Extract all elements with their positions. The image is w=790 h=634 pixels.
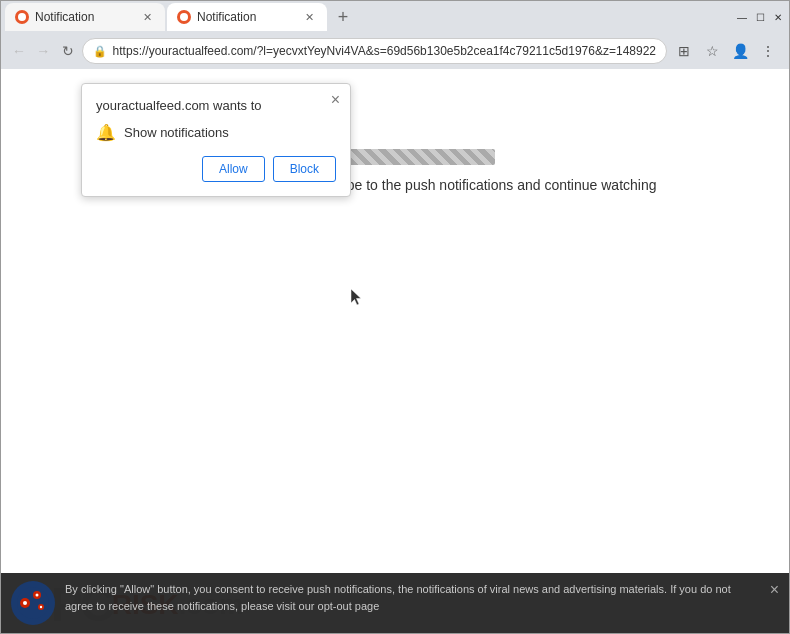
popup-notification-label: Show notifications [124,125,229,140]
forward-button[interactable]: → [33,38,53,64]
page-content: × youractualfeed.com wants to 🔔 Show not… [1,69,789,633]
banner-close-button[interactable]: × [770,581,779,599]
tab-1[interactable]: Notification ✕ [5,3,165,31]
browser-window: Notification ✕ Notification ✕ + — ☐ ✕ ← … [0,0,790,634]
tab-1-close[interactable]: ✕ [139,9,155,25]
tab-2-label: Notification [197,10,256,24]
url-bar[interactable]: 🔒 https://youractualfeed.com/?l=yecvxtYe… [82,38,667,64]
back-button[interactable]: ← [9,38,29,64]
menu-icon[interactable]: ⋮ [755,38,781,64]
bell-icon: 🔔 [96,123,116,142]
tab-1-favicon [15,10,29,24]
tab-2-favicon [177,10,191,24]
popup-title: youractualfeed.com wants to [96,98,336,113]
block-button[interactable]: Block [273,156,336,182]
svg-point-4 [23,601,27,605]
maximize-button[interactable]: ☐ [753,10,767,24]
minimize-button[interactable]: — [735,10,749,24]
bookmark-icon[interactable]: ☆ [699,38,725,64]
profile-icon[interactable]: 👤 [727,38,753,64]
banner-logo [11,581,55,625]
banner-text-area: By clicking "Allow" button, you consent … [65,581,753,614]
refresh-button[interactable]: ↻ [57,38,77,64]
allow-button[interactable]: Allow [202,156,265,182]
banner-main-text: By clicking "Allow" button, you consent … [65,583,731,612]
notification-popup: × youractualfeed.com wants to 🔔 Show not… [81,83,351,197]
title-bar: Notification ✕ Notification ✕ + — ☐ ✕ [1,1,789,33]
svg-point-5 [36,594,39,597]
url-text: https://youractualfeed.com/?l=yecvxtYeyN… [113,44,656,58]
window-controls: — ☐ ✕ [735,10,785,24]
extensions-icon[interactable]: ⊞ [671,38,697,64]
tab-1-label: Notification [35,10,94,24]
new-tab-button[interactable]: + [329,3,357,31]
tab-2-close[interactable]: ✕ [301,9,317,25]
popup-notification-row: 🔔 Show notifications [96,123,336,142]
lock-icon: 🔒 [93,45,107,58]
address-bar: ← → ↻ 🔒 https://youractualfeed.com/?l=ye… [1,33,789,69]
svg-point-6 [40,606,42,608]
tab-2[interactable]: Notification ✕ [167,3,327,31]
mouse-cursor [351,289,363,307]
bottom-banner: By clicking "Allow" button, you consent … [1,573,789,633]
toolbar-icons: ⊞ ☆ 👤 ⋮ [671,38,781,64]
popup-close-button[interactable]: × [331,92,340,108]
close-button[interactable]: ✕ [771,10,785,24]
popup-buttons: Allow Block [96,156,336,182]
